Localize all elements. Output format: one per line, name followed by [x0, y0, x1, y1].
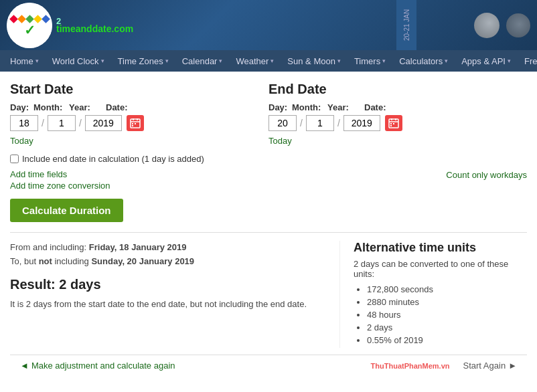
- links-left: Add time fields Add time zone conversion: [10, 169, 110, 191]
- left-arrow-icon: ◄: [20, 361, 29, 371]
- nav-apps-api[interactable]: Apps & API ▾: [455, 50, 518, 72]
- footer-bar: ◄ Make adjustment and calculate again Th…: [10, 355, 527, 376]
- to-date: Sunday, 20 January 2019: [91, 256, 194, 266]
- nav-calculators-arrow: ▾: [445, 58, 448, 64]
- calendar-svg: [130, 118, 141, 128]
- result-right: Alternative time units 2 days can be con…: [339, 241, 527, 348]
- diamond-yellow: [33, 15, 42, 23]
- dates-row: Start Date Day: Month: Year: Date: / /: [10, 82, 527, 146]
- nav-sun-moon[interactable]: Sun & Moon ▾: [281, 50, 348, 72]
- start-calendar-icon[interactable]: [127, 115, 144, 131]
- nav-weather[interactable]: Weather ▾: [229, 50, 281, 72]
- include-end-date-checkbox[interactable]: [10, 155, 19, 163]
- start-again-link[interactable]: Start Again ►: [463, 361, 517, 371]
- date-strip: 20-21 JAN: [396, 0, 416, 50]
- start-year-input[interactable]: [85, 115, 122, 131]
- nav-sun-moon-arrow: ▾: [337, 58, 341, 64]
- right-arrow-icon: ►: [508, 361, 517, 371]
- end-date-label: Date:: [364, 102, 386, 112]
- nav-calendar[interactable]: Calendar ▾: [175, 50, 230, 72]
- nav-calendar-label: Calendar: [182, 56, 218, 66]
- start-day-label: Day:: [10, 102, 30, 112]
- nav-home-arrow: ▾: [35, 58, 39, 64]
- start-date-section: Start Date Day: Month: Year: Date: / /: [10, 82, 268, 146]
- end-date-inputs: / /: [268, 115, 514, 131]
- end-date-labels: Day: Month: Year: Date:: [268, 102, 514, 112]
- start-sep-2: /: [78, 118, 83, 128]
- svg-rect-6: [132, 125, 133, 126]
- nav-world-clock[interactable]: World Clock ▾: [46, 50, 111, 72]
- footer-right: ThuThuatPhanMem.vn Start Again ►: [371, 361, 517, 371]
- start-day-input[interactable]: [10, 115, 38, 131]
- nav-calculators-label: Calculators: [399, 56, 443, 66]
- start-month-input[interactable]: [48, 115, 76, 131]
- end-year-input[interactable]: [343, 115, 380, 131]
- alternative-title: Alternative time units: [354, 241, 527, 255]
- count-workdays-link[interactable]: Count only workdays: [446, 170, 527, 180]
- diamond-orange: [17, 15, 26, 23]
- options-row: Include end date in calculation (1 day i…: [10, 154, 527, 164]
- start-year-label: Year:: [69, 102, 102, 112]
- add-time-fields-link[interactable]: Add time fields: [10, 169, 110, 179]
- watermark: ThuThuatPhanMem.vn: [371, 362, 450, 370]
- result-from-to: From and including: Friday, 18 January 2…: [10, 241, 326, 269]
- nav-time-zones-label: Time Zones: [118, 56, 163, 66]
- nav-calendar-arrow: ▾: [219, 58, 222, 64]
- diamond-red: [9, 15, 18, 23]
- calculate-button[interactable]: Calculate Duration: [10, 199, 123, 222]
- nav-home[interactable]: Home ▾: [3, 50, 46, 72]
- moon-icon-full: [474, 13, 500, 38]
- nav-home-label: Home: [10, 56, 33, 66]
- nav-sun-moon-label: Sun & Moon: [287, 56, 335, 66]
- include-end-date-label[interactable]: Include end date in calculation (1 day i…: [10, 154, 204, 164]
- nav-calculators[interactable]: Calculators ▾: [392, 50, 455, 72]
- nav-free-fun[interactable]: Free Fun ▾: [518, 50, 537, 72]
- logo-circle: ✓: [7, 3, 52, 48]
- start-month-label: Month:: [33, 102, 66, 112]
- include-end-date-text: Include end date in calculation (1 day i…: [22, 154, 204, 164]
- end-date-section: End Date Day: Month: Year: Date: / /: [268, 82, 527, 146]
- start-date-label: Date:: [106, 102, 128, 112]
- adjust-link[interactable]: ◄ Make adjustment and calculate again: [20, 361, 175, 371]
- links-row: Add time fields Add time zone conversion…: [10, 169, 527, 191]
- add-timezone-link[interactable]: Add time zone conversion: [10, 181, 110, 191]
- end-month-input[interactable]: [306, 115, 334, 131]
- diamond-green: [25, 15, 34, 23]
- logo-checkmark: ✓: [24, 23, 35, 37]
- nav-apps-api-arrow: ▾: [508, 58, 511, 64]
- nav-apps-api-label: Apps & API: [461, 56, 506, 66]
- result-description: It is 2 days from the start date to the …: [10, 298, 326, 311]
- end-day-label: Day:: [268, 102, 289, 112]
- nav-timers[interactable]: Timers ▾: [348, 50, 392, 72]
- start-sep-1: /: [40, 118, 46, 128]
- logo-area: ✓ 2 timeanddate.com: [7, 3, 133, 48]
- end-date-title: End Date: [268, 82, 514, 97]
- start-date-title: Start Date: [10, 82, 255, 97]
- header-right: [474, 13, 530, 38]
- nav-world-clock-label: World Clock: [52, 56, 99, 66]
- alternative-list: 172,800 seconds 2880 minutes 48 hours 2 …: [354, 284, 527, 345]
- nav-free-fun-label: Free Fun: [524, 56, 537, 66]
- logo-text-block: 2 timeanddate.com: [56, 16, 133, 34]
- end-sep-2: /: [336, 118, 341, 128]
- to-label: To, but not including Sunday, 20 January…: [10, 256, 194, 266]
- nav-timers-arrow: ▾: [382, 58, 386, 64]
- from-including-label: From and including:: [10, 242, 86, 252]
- nav-timers-label: Timers: [354, 56, 380, 66]
- alt-unit-1: 2880 minutes: [367, 297, 527, 307]
- moon-icon-partial: [506, 13, 530, 37]
- end-month-label: Month:: [292, 102, 324, 112]
- main-content: Start Date Day: Month: Year: Date: / /: [0, 72, 537, 386]
- header: ✓ 2 timeanddate.com 20-21 JAN: [0, 0, 537, 50]
- alt-unit-2: 48 hours: [367, 310, 527, 320]
- svg-rect-5: [135, 123, 136, 124]
- end-calendar-icon[interactable]: [385, 115, 402, 131]
- end-today-link[interactable]: Today: [268, 136, 292, 146]
- nav-time-zones[interactable]: Time Zones ▾: [111, 50, 175, 72]
- start-today-link[interactable]: Today: [10, 136, 33, 146]
- logo-brand-name: timeanddate.com: [56, 23, 133, 34]
- diamond-blue: [42, 15, 50, 23]
- from-date: Friday, 18 January 2019: [89, 242, 187, 252]
- alternative-intro: 2 days can be converted to one of these …: [354, 259, 527, 279]
- end-day-input[interactable]: [268, 115, 297, 131]
